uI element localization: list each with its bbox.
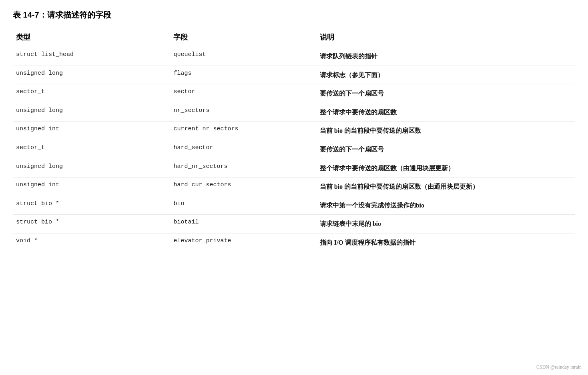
field-cell: hard_nr_sectors	[170, 159, 316, 178]
table-row: unsigned inthard_cur_sectors当前 bio 的当前段中…	[13, 178, 575, 196]
field-cell: biotail	[170, 215, 316, 233]
desc-cell: 当前 bio 的当前段中要传送的扇区数	[317, 122, 575, 140]
desc-cell: 整个请求中要传送的扇区数	[317, 103, 575, 122]
col-header-desc: 说明	[317, 28, 575, 47]
type-cell: unsigned long	[13, 103, 170, 122]
data-table: 类型 字段 说明 struct list_headqueuelist请求队列链表…	[13, 28, 575, 252]
type-cell: sector_t	[13, 84, 170, 103]
field-cell: elevator_private	[170, 233, 316, 252]
table-header-row: 类型 字段 说明	[13, 28, 575, 47]
type-cell: unsigned long	[13, 66, 170, 84]
field-cell: nr_sectors	[170, 103, 316, 122]
type-cell: struct bio *	[13, 215, 170, 233]
type-cell: unsigned int	[13, 122, 170, 140]
desc-cell: 请求队列链表的指针	[317, 47, 575, 66]
field-cell: flags	[170, 66, 316, 84]
table-row: struct bio *bio请求中第一个没有完成传送操作的bio	[13, 196, 575, 215]
desc-cell: 要传送的下一个扇区号	[317, 84, 575, 103]
type-cell: struct list_head	[13, 47, 170, 66]
field-cell: queuelist	[170, 47, 316, 66]
type-cell: void *	[13, 233, 170, 252]
desc-cell: 当前 bio 的当前段中要传送的扇区数（由通用块层更新）	[317, 178, 575, 196]
field-cell: bio	[170, 196, 316, 215]
type-cell: struct bio *	[13, 196, 170, 215]
col-header-field: 字段	[170, 28, 316, 47]
table-row: unsigned longflags请求标志（参见下面）	[13, 66, 575, 84]
desc-cell: 请求中第一个没有完成传送操作的bio	[317, 196, 575, 215]
desc-cell: 请求链表中末尾的 bio	[317, 215, 575, 233]
desc-cell: 要传送的下一个扇区号	[317, 140, 575, 159]
field-cell: current_nr_sectors	[170, 122, 316, 140]
field-cell: hard_sector	[170, 140, 316, 159]
desc-cell: 指向 I/O 调度程序私有数据的指针	[317, 233, 575, 252]
watermark: CSDN @rainday inrain	[536, 364, 582, 370]
table-row: void *elevator_private指向 I/O 调度程序私有数据的指针	[13, 233, 575, 252]
type-cell: sector_t	[13, 140, 170, 159]
desc-cell: 请求标志（参见下面）	[317, 66, 575, 84]
field-cell: sector	[170, 84, 316, 103]
page-title: 表 14-7：请求描述符的字段	[13, 10, 575, 20]
field-cell: hard_cur_sectors	[170, 178, 316, 196]
table-row: unsigned intcurrent_nr_sectors当前 bio 的当前…	[13, 122, 575, 140]
table-row: sector_tsector要传送的下一个扇区号	[13, 84, 575, 103]
table-row: unsigned longnr_sectors整个请求中要传送的扇区数	[13, 103, 575, 122]
table-row: sector_thard_sector要传送的下一个扇区号	[13, 140, 575, 159]
table-row: unsigned longhard_nr_sectors整个请求中要传送的扇区数…	[13, 159, 575, 178]
table-row: struct list_headqueuelist请求队列链表的指针	[13, 47, 575, 66]
col-header-type: 类型	[13, 28, 170, 47]
table-row: struct bio *biotail请求链表中末尾的 bio	[13, 215, 575, 233]
desc-cell: 整个请求中要传送的扇区数（由通用块层更新）	[317, 159, 575, 178]
type-cell: unsigned int	[13, 178, 170, 196]
type-cell: unsigned long	[13, 159, 170, 178]
